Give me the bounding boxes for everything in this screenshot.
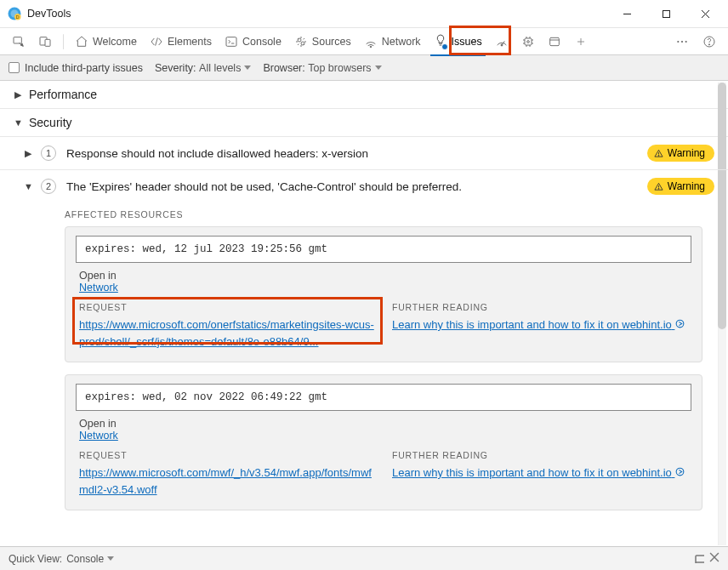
group-security[interactable]: ▼ Security: [0, 109, 728, 137]
svg-rect-10: [45, 39, 50, 46]
warning-badge-label: Warning: [668, 147, 705, 159]
svg-text:D: D: [16, 14, 20, 20]
issue-title: The 'Expires' header should not be used,…: [66, 180, 462, 193]
issue-count-badge: 1: [41, 145, 56, 161]
quick-view-label: Quick View:: [9, 553, 62, 565]
inspect-icon[interactable]: [7, 29, 31, 54]
tab-console[interactable]: Console: [219, 29, 287, 54]
open-in-label: Open in: [79, 418, 117, 430]
performance-icon[interactable]: [490, 29, 514, 54]
scrollbar-thumb[interactable]: [718, 83, 726, 329]
minimize-button[interactable]: [607, 0, 646, 27]
tab-label-sources: Sources: [312, 36, 351, 48]
tab-network[interactable]: Network: [359, 29, 426, 54]
expand-quickview-button[interactable]: [692, 551, 704, 566]
maximize-button[interactable]: [646, 0, 685, 27]
issue-body: AFFECTED RESOURCES expires: wed, 12 jul …: [0, 202, 728, 533]
include-third-party-checkbox[interactable]: Include third-party issues: [9, 62, 143, 74]
svg-point-22: [677, 40, 679, 42]
svg-rect-16: [525, 38, 532, 45]
request-url-link[interactable]: https://www.microsoft.com/onerfstatics/m…: [79, 316, 375, 350]
filter-bar: Include third-party issues Severity: All…: [0, 55, 728, 81]
svg-point-23: [681, 40, 683, 42]
memory-icon[interactable]: [516, 29, 540, 54]
issue-row[interactable]: ▶ 1 Response should not include disallow…: [0, 137, 728, 170]
open-in-network-link[interactable]: Network: [79, 282, 118, 294]
group-performance[interactable]: ▶ Performance: [0, 81, 728, 109]
svg-point-24: [685, 40, 687, 42]
svg-point-17: [526, 40, 529, 43]
close-button[interactable]: [685, 0, 725, 27]
titlebar: D DevTools: [0, 0, 728, 27]
application-icon[interactable]: [543, 29, 566, 54]
further-reading-label: FURTHER READING: [392, 450, 688, 460]
open-in-wrap: Open in Network: [79, 418, 688, 442]
chevron-down-icon: ▼: [24, 181, 32, 191]
external-link-icon: [674, 465, 685, 482]
severity-value: All levels: [199, 62, 241, 74]
request-url-link[interactable]: https://www.microsoft.com/mwf/_h/v3.54/m…: [79, 465, 375, 498]
issue-row[interactable]: ▼ 2 The 'Expires' header should not be u…: [0, 170, 728, 202]
open-in-wrap: Open in Network: [79, 270, 688, 294]
open-in-network-link[interactable]: Network: [79, 430, 118, 442]
tab-elements[interactable]: Elements: [145, 29, 217, 54]
chevron-down-icon: [244, 66, 251, 70]
tab-label-elements: Elements: [168, 36, 212, 48]
add-tab-button[interactable]: [569, 29, 593, 54]
include-third-party-label: Include third-party issues: [25, 62, 143, 74]
tool-tabbar: Welcome Elements Console Sources Network…: [0, 27, 728, 55]
app-icon: D: [7, 6, 22, 21]
tab-label-issues: Issues: [452, 36, 482, 48]
close-quickview-button[interactable]: [709, 552, 719, 565]
further-reading-label: FURTHER READING: [392, 302, 688, 312]
resource-card: expires: wed, 02 nov 2022 06:49:22 gmt O…: [65, 374, 702, 510]
browser-value: Top browsers: [308, 62, 371, 74]
checkbox-icon: [9, 62, 20, 73]
quick-view-selector[interactable]: Console: [66, 553, 114, 565]
svg-point-28: [658, 155, 659, 156]
further-reading-link[interactable]: Learn why this is important and how to f…: [392, 318, 685, 331]
svg-point-26: [708, 43, 709, 44]
severity-label: Severity:: [155, 62, 196, 74]
warning-badge: Warning: [647, 178, 714, 195]
svg-point-14: [370, 46, 372, 48]
header-code: expires: wed, 02 nov 2022 06:49:22 gmt: [76, 384, 691, 411]
tab-label-welcome: Welcome: [93, 36, 137, 48]
chevron-down-icon: ▼: [14, 117, 22, 128]
tab-label-console: Console: [242, 36, 282, 48]
browser-filter[interactable]: Browser: Top browsers: [263, 62, 381, 74]
resource-card: expires: wed, 12 jul 2023 19:25:56 gmt O…: [65, 226, 702, 362]
svg-rect-8: [14, 37, 21, 43]
quick-view-value: Console: [66, 553, 104, 565]
tab-welcome[interactable]: Welcome: [70, 29, 142, 54]
svg-rect-18: [549, 37, 559, 45]
svg-rect-11: [226, 37, 236, 46]
chevron-down-icon: [375, 66, 382, 70]
tab-issues[interactable]: Issues: [429, 29, 487, 54]
browser-label: Browser:: [263, 62, 304, 74]
request-label: REQUEST: [79, 450, 375, 460]
further-reading-link[interactable]: Learn why this is important and how to f…: [392, 466, 685, 479]
group-label: Security: [29, 116, 72, 129]
more-button[interactable]: [670, 29, 694, 54]
svg-point-30: [658, 188, 659, 189]
quick-view-bar: Quick View: Console: [0, 546, 728, 570]
help-button[interactable]: [697, 29, 721, 54]
affected-resources-label: AFFECTED RESOURCES: [65, 209, 702, 219]
issues-panel: ▶ Performance ▼ Security ▶ 1 Response sh…: [0, 81, 728, 546]
severity-filter[interactable]: Severity: All levels: [155, 62, 251, 74]
chevron-right-icon: ▶: [24, 148, 32, 159]
svg-rect-5: [663, 10, 669, 17]
group-label: Performance: [29, 88, 97, 101]
warning-badge: Warning: [647, 145, 714, 162]
separator: [63, 34, 64, 49]
lightbulb-icon: [434, 33, 447, 49]
request-label: REQUEST: [79, 302, 375, 312]
warning-badge-label: Warning: [668, 180, 705, 192]
chevron-down-icon: [107, 556, 114, 561]
tab-sources[interactable]: Sources: [289, 29, 356, 54]
header-code: expires: wed, 12 jul 2023 19:25:56 gmt: [76, 236, 691, 263]
issue-count-badge: 2: [41, 179, 56, 194]
further-reading-text: Learn why this is important and how to f…: [392, 466, 672, 479]
device-toggle-icon[interactable]: [33, 29, 57, 54]
